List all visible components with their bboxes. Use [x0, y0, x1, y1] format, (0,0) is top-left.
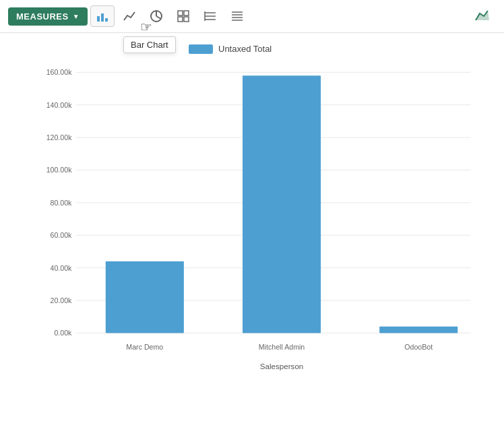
pie-chart-button[interactable]: [144, 5, 168, 27]
list-icon-1: [203, 9, 217, 23]
svg-text:Salesperson: Salesperson: [260, 362, 304, 370]
svg-text:Mitchell Admin: Mitchell Admin: [259, 343, 305, 351]
bar-marc-demo[interactable]: [106, 261, 184, 333]
svg-text:20.00k: 20.00k: [51, 296, 73, 304]
svg-text:100.00k: 100.00k: [46, 166, 72, 174]
line-chart-icon: [123, 9, 136, 23]
mountain-chart-button[interactable]: [469, 5, 496, 27]
svg-text:OdooBot: OdooBot: [404, 343, 433, 351]
svg-line-5: [156, 16, 161, 19]
svg-marker-18: [476, 11, 489, 20]
svg-text:140.00k: 140.00k: [46, 101, 72, 109]
svg-text:0.00k: 0.00k: [54, 329, 72, 337]
svg-text:120.00k: 120.00k: [46, 133, 72, 141]
bar-mitchell-admin[interactable]: [243, 75, 321, 333]
measures-arrow: ▼: [73, 13, 80, 20]
svg-text:160.00k: 160.00k: [46, 68, 72, 76]
svg-rect-2: [105, 18, 108, 22]
measures-button[interactable]: MEASURES ▼: [8, 7, 88, 26]
tooltip-label: Bar Chart: [131, 40, 168, 50]
measures-label: MEASURES: [16, 11, 69, 22]
toolbar: MEASURES ▼: [0, 0, 504, 33]
svg-text:40.00k: 40.00k: [51, 264, 73, 272]
legend-label: Untaxed Total: [218, 44, 272, 54]
line-chart-button[interactable]: [117, 5, 141, 27]
chart-svg-container: 160.00k 140.00k 120.00k 100.00k 80.00k 6…: [40, 59, 484, 381]
bar-odoobot[interactable]: [379, 327, 458, 333]
svg-text:80.00k: 80.00k: [51, 199, 73, 207]
svg-text:60.00k: 60.00k: [51, 231, 73, 239]
svg-rect-1: [101, 13, 104, 22]
svg-rect-9: [184, 17, 189, 22]
list-button-1[interactable]: [198, 5, 222, 27]
chart-area: Untaxed Total 160.00k 140.00k 120.00k 10…: [0, 33, 504, 418]
chart-legend: Untaxed Total: [189, 44, 484, 54]
pivot-icon: [177, 9, 190, 23]
bar-chart-icon: [96, 9, 109, 23]
list-icon-2: [230, 9, 244, 23]
mountain-chart-icon: [474, 9, 491, 23]
svg-rect-8: [178, 17, 183, 22]
pie-chart-icon: [150, 9, 163, 23]
svg-text:Marc Demo: Marc Demo: [126, 343, 163, 351]
bar-chart-tooltip: Bar Chart: [123, 36, 176, 53]
bar-chart-svg: 160.00k 140.00k 120.00k 100.00k 80.00k 6…: [40, 59, 484, 379]
svg-rect-6: [178, 11, 183, 15]
legend-color-swatch: [189, 44, 213, 54]
bar-chart-button[interactable]: [90, 5, 115, 27]
svg-rect-7: [184, 11, 189, 15]
pivot-button[interactable]: [171, 5, 195, 27]
svg-rect-0: [97, 16, 100, 22]
list-button-2[interactable]: [225, 5, 249, 27]
